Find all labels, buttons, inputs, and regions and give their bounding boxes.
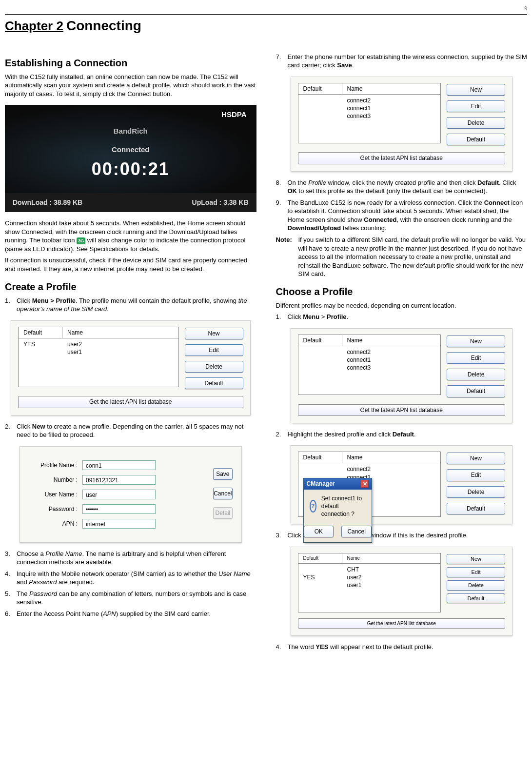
list-body[interactable]: connect2 connect1 connect3 bbox=[298, 95, 441, 143]
edit-button[interactable]: Edit bbox=[185, 344, 243, 356]
list-body: connect2 connect1 CManager ✕ ? Set conne… bbox=[298, 463, 441, 517]
label-status: Connected bbox=[5, 145, 256, 155]
delete-button[interactable]: Delete bbox=[447, 486, 505, 498]
cancel-button[interactable]: Cancel bbox=[341, 526, 372, 537]
input-number[interactable]: 0916123321 bbox=[82, 475, 156, 485]
step-num: 3. bbox=[276, 531, 285, 540]
apn-database-button[interactable]: Get the latest APN list database bbox=[298, 152, 506, 164]
t: Click bbox=[288, 532, 303, 539]
delete-button[interactable]: Delete bbox=[447, 117, 505, 129]
button-column: New Edit Delete Default bbox=[447, 335, 505, 398]
question-icon: ? bbox=[310, 500, 316, 513]
default-button[interactable]: Default bbox=[185, 377, 243, 389]
list-item[interactable]: connect2 bbox=[347, 465, 436, 473]
step-text: Inquire with the Mobile network operator… bbox=[17, 570, 256, 587]
default-button[interactable]: Default bbox=[447, 503, 505, 514]
list-item[interactable]: user1 bbox=[67, 348, 174, 356]
input-password[interactable]: •••••• bbox=[82, 504, 156, 514]
edit-button[interactable]: Edit bbox=[447, 352, 505, 364]
t: . bbox=[352, 61, 354, 69]
list-body[interactable]: connect2 connect1 connect3 bbox=[298, 346, 441, 395]
step-num: 2. bbox=[5, 422, 14, 439]
para-conn2: If connection is unsuccessful, check if … bbox=[5, 256, 256, 273]
step-text: The Password can be any combination of l… bbox=[17, 590, 256, 607]
apn-database-button[interactable]: Get the latest APN list database bbox=[18, 396, 243, 408]
create-steps-right2: 8.On the Profile window, click the newly… bbox=[276, 178, 528, 233]
default-button[interactable]: Default bbox=[447, 593, 505, 604]
step-text: The word YES will appear next to the def… bbox=[288, 643, 528, 651]
t: window, click the newly created profile … bbox=[326, 179, 477, 186]
t: to create a new profile. Depending on th… bbox=[17, 423, 243, 439]
list-item[interactable]: connect2 bbox=[347, 97, 436, 104]
new-button[interactable]: New bbox=[447, 453, 505, 464]
list-body[interactable]: YES CHT user2 user1 bbox=[298, 564, 441, 612]
step-2: 2. Click New to create a new profile. De… bbox=[5, 422, 256, 439]
input-user-name[interactable]: user bbox=[82, 490, 156, 499]
dialog-titlebar: CManager ✕ bbox=[304, 478, 372, 489]
t: . Click bbox=[499, 179, 516, 186]
list-item[interactable]: connect1 bbox=[347, 104, 436, 112]
list-item[interactable]: connect2 bbox=[347, 348, 436, 356]
para-conn1: Connection should take about 5 seconds. … bbox=[5, 219, 256, 253]
list-item[interactable]: connect3 bbox=[347, 112, 436, 120]
new-button[interactable]: New bbox=[185, 328, 243, 339]
list-item[interactable]: connect3 bbox=[347, 364, 436, 372]
t: New bbox=[32, 423, 45, 430]
t: The word bbox=[288, 643, 316, 651]
t: and bbox=[17, 578, 29, 586]
note: Note: If you switch to a different SIM c… bbox=[276, 236, 528, 278]
button-column: New Edit Delete Default bbox=[447, 553, 505, 612]
figure-connection-status: HSDPA BandRich Connected 00:00:21 DownLo… bbox=[5, 105, 256, 212]
step-5: 5.The Password can be any combination of… bbox=[5, 590, 256, 607]
t: Profile bbox=[308, 179, 326, 186]
list-item[interactable]: connect1 bbox=[347, 356, 436, 364]
step-3: 3.Choose a Profile Name. The name is arb… bbox=[5, 550, 256, 567]
col-name: Name bbox=[342, 452, 441, 463]
list-body[interactable]: YES user2 user1 bbox=[18, 338, 179, 387]
ok-button[interactable]: OK bbox=[304, 526, 334, 537]
step-num: 6. bbox=[5, 610, 14, 618]
apn-database-button[interactable]: Get the latest APN list database bbox=[298, 404, 506, 416]
edit-button[interactable]: Edit bbox=[447, 469, 505, 481]
step-9: 9.The BandLuxe C152 is now ready for a w… bbox=[276, 198, 528, 233]
name-cells: CHT user2 user1 bbox=[342, 564, 441, 612]
button-column: New Edit Delete Default bbox=[447, 452, 505, 517]
step-num: 1. bbox=[276, 313, 285, 321]
list-item[interactable]: CHT bbox=[347, 566, 436, 573]
new-button[interactable]: New bbox=[447, 335, 505, 347]
save-button[interactable]: Save bbox=[213, 468, 232, 480]
delete-button[interactable]: Delete bbox=[447, 369, 505, 380]
close-icon[interactable]: ✕ bbox=[361, 480, 369, 488]
input-apn[interactable]: internet bbox=[82, 519, 156, 529]
dialog-title: CManager bbox=[307, 480, 335, 488]
new-button[interactable]: New bbox=[447, 84, 505, 96]
figure-profile-form: Profile Name :conn1 Number :0916123321 U… bbox=[20, 446, 242, 543]
label-apn: APN : bbox=[29, 520, 78, 528]
default-cell bbox=[298, 346, 342, 394]
step-num: 4. bbox=[276, 643, 285, 651]
default-button[interactable]: Default bbox=[447, 134, 505, 145]
edit-button[interactable]: Edit bbox=[447, 100, 505, 112]
default-button[interactable]: Default bbox=[447, 385, 505, 397]
t: . bbox=[107, 305, 109, 313]
cancel-button[interactable]: Cancel bbox=[213, 488, 232, 499]
col-name: Name bbox=[342, 335, 441, 346]
col-default: Default bbox=[19, 327, 62, 338]
list-item[interactable]: user2 bbox=[67, 340, 174, 348]
delete-button[interactable]: Delete bbox=[185, 361, 243, 373]
heading-choose-profile: Choose a Profile bbox=[276, 285, 528, 298]
create-steps-right: 7.Enter the phone number for establishin… bbox=[276, 53, 528, 70]
new-button[interactable]: New bbox=[447, 554, 505, 564]
label-user-name: User Name : bbox=[29, 491, 78, 498]
delete-button[interactable]: Delete bbox=[447, 580, 505, 591]
step-text: Enter the phone number for establishing … bbox=[288, 53, 528, 70]
list-item[interactable]: user1 bbox=[347, 581, 436, 589]
t: Download/Upload bbox=[288, 224, 341, 232]
left-column: Establishing a Connection With the C152 … bbox=[5, 50, 256, 654]
list-item[interactable]: user2 bbox=[347, 573, 436, 581]
t: . The profile menu will contain the defa… bbox=[76, 297, 238, 304]
input-profile-name[interactable]: conn1 bbox=[82, 460, 156, 470]
apn-database-button[interactable]: Get the latest APN list database bbox=[298, 618, 506, 629]
t: tallies counting. bbox=[341, 224, 386, 232]
edit-button[interactable]: Edit bbox=[447, 567, 505, 577]
